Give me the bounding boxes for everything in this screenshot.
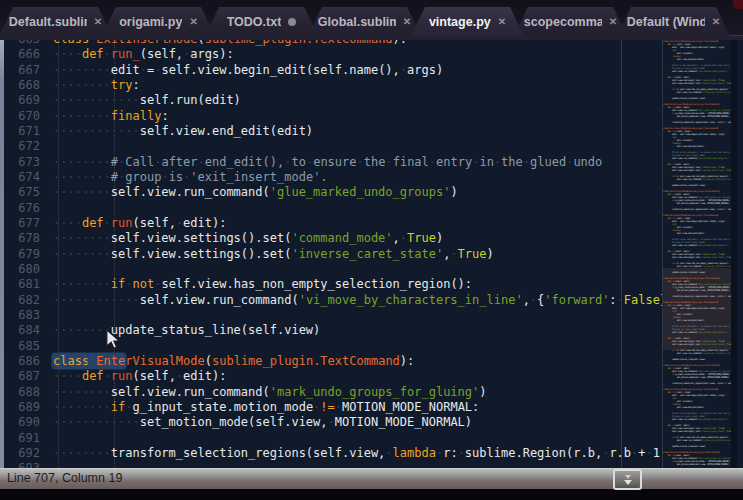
tab-label: Default.sublim [9, 15, 87, 29]
code-pane: 665class·ExitInsertMode(sublime_plugin.T… [0, 40, 743, 468]
code-line: 679········self.view.settings().set('inv… [0, 247, 743, 262]
status-bar: Line 707, Column 19 [0, 468, 743, 489]
code-line: 683 [0, 308, 743, 323]
line-number[interactable]: 692 [4, 446, 40, 461]
code-line: 670········finally: [0, 109, 743, 124]
code-line: 677····def·run(self,·edit): [0, 216, 743, 231]
line-number[interactable]: 676 [4, 201, 40, 216]
line-number[interactable]: 674 [4, 170, 40, 185]
tab-vintage.py[interactable]: vintage.py✕ [411, 7, 524, 36]
tab-label: Default (Windo [627, 15, 705, 29]
code-line: 682············self.view.run_command('vi… [0, 293, 743, 308]
code-line: 676 [0, 201, 743, 216]
code-line: 689········if·g_input_state.motion_mode·… [0, 400, 743, 415]
code-line: 667········edit·=·self.view.begin_edit(s… [0, 63, 743, 78]
line-number[interactable]: 675 [4, 185, 40, 200]
status-caret-position: Line 707, Column 19 [7, 471, 122, 485]
tab-default-windo[interactable]: Default (Windo✕ [617, 7, 730, 36]
dirty-dot-icon[interactable] [288, 18, 296, 26]
tab-label: origami.py [119, 15, 182, 29]
minimap-viewport[interactable] [663, 268, 737, 350]
line-number[interactable]: 671 [4, 124, 40, 139]
tab-default.sublim[interactable]: Default.sublim✕ [0, 7, 112, 36]
code-line: 687····def·run(self,·edit): [0, 369, 743, 384]
tab-label: TODO.txt [227, 15, 282, 29]
tab-global.sublime[interactable]: Global.sublime✕ [308, 7, 421, 36]
tab-label: Global.sublime [318, 15, 396, 29]
code-editor[interactable]: 665class·ExitInsertMode(sublime_plugin.T… [0, 40, 743, 468]
minimap[interactable]: class ExitInsertMode(sublime_plugin.Text… [662, 40, 737, 468]
code-line: 665class·ExitInsertMode(sublime_plugin.T… [0, 40, 743, 47]
line-number[interactable]: 688 [4, 385, 40, 400]
line-number[interactable]: 680 [4, 262, 40, 277]
window-bottom-edge [0, 489, 743, 500]
line-number[interactable]: 677 [4, 216, 40, 231]
code-line: 669············self.run(edit) [0, 93, 743, 108]
line-number[interactable]: 686 [4, 354, 40, 369]
line-number[interactable]: 666 [4, 47, 40, 62]
close-icon[interactable]: ✕ [94, 16, 102, 27]
line-number[interactable]: 669 [4, 93, 40, 108]
tab-strip: Default.sublim✕origami.py✕TODO.txtGlobal… [4, 7, 725, 36]
close-icon[interactable]: ✕ [712, 16, 720, 27]
code-line: 671············self.view.end_edit(edit) [0, 124, 743, 139]
line-number[interactable]: 668 [4, 78, 40, 93]
scroll-down-button[interactable] [613, 469, 642, 490]
tab-origami.py[interactable]: origami.py✕ [102, 7, 215, 36]
tab-label: scopecommand [524, 15, 602, 29]
code-line: 675········self.view.run_command('glue_m… [0, 185, 743, 200]
code-line: 668········try: [0, 78, 743, 93]
code-line: 686class·EnterVisualMode(sublime_plugin.… [0, 354, 743, 369]
line-number[interactable]: 690 [4, 415, 40, 430]
code-line: 680 [0, 262, 743, 277]
tab-bar: Default.sublim✕origami.py✕TODO.txtGlobal… [0, 0, 743, 40]
code-line: 674········#·group·is·'exit_insert_mode'… [0, 170, 743, 185]
line-number[interactable]: 687 [4, 369, 40, 384]
line-number[interactable]: 685 [4, 339, 40, 354]
code-line: 690············set_motion_mode(self.view… [0, 415, 743, 430]
code-line: 666····def·run_(self,·args): [0, 47, 743, 62]
line-number[interactable]: 670 [4, 109, 40, 124]
close-icon[interactable]: ✕ [498, 16, 506, 27]
code-line: 678········self.view.settings().set('com… [0, 231, 743, 246]
code-line: 673········#·Call·after·end_edit(),·to·e… [0, 155, 743, 170]
line-number[interactable]: 691 [4, 431, 40, 446]
line-number[interactable]: 681 [4, 277, 40, 292]
tab-scopecommand[interactable]: scopecommand✕ [514, 7, 627, 36]
line-number[interactable]: 683 [4, 308, 40, 323]
code-line: 692········transform_selection_regions(s… [0, 446, 743, 461]
close-icon[interactable]: ✕ [189, 16, 197, 27]
line-number[interactable]: 665 [4, 40, 40, 47]
line-number[interactable]: 689 [4, 400, 40, 415]
code-line: 688········self.view.run_command('mark_u… [0, 385, 743, 400]
tab-label: vintage.py [429, 15, 491, 29]
minimap-edge [731, 40, 737, 468]
line-number[interactable]: 684 [4, 323, 40, 338]
line-number[interactable]: 667 [4, 63, 40, 78]
triangle-down-icon [625, 475, 631, 479]
code-line: 681········if·not·self.view.has_non_empt… [0, 277, 743, 292]
line-number[interactable]: 672 [4, 139, 40, 154]
tab-todo.txt[interactable]: TODO.txt [205, 7, 318, 36]
close-icon[interactable]: ✕ [609, 16, 617, 27]
window-corner-accent [733, 0, 743, 9]
code-line: 672 [0, 139, 743, 154]
triangle-down-icon [624, 480, 632, 485]
line-number[interactable]: 693 [4, 461, 40, 468]
window-left-edge [0, 40, 4, 468]
line-number[interactable]: 679 [4, 247, 40, 262]
line-number[interactable]: 682 [4, 293, 40, 308]
code-line: 693 [0, 461, 743, 468]
line-number[interactable]: 673 [4, 155, 40, 170]
close-icon[interactable]: ✕ [403, 16, 411, 27]
line-number[interactable]: 678 [4, 231, 40, 246]
minimap-content: class ExitInsertMode(sublime_plugin.Text… [663, 40, 737, 468]
code-line: 691 [0, 431, 743, 446]
mouse-cursor-icon [105, 330, 123, 350]
